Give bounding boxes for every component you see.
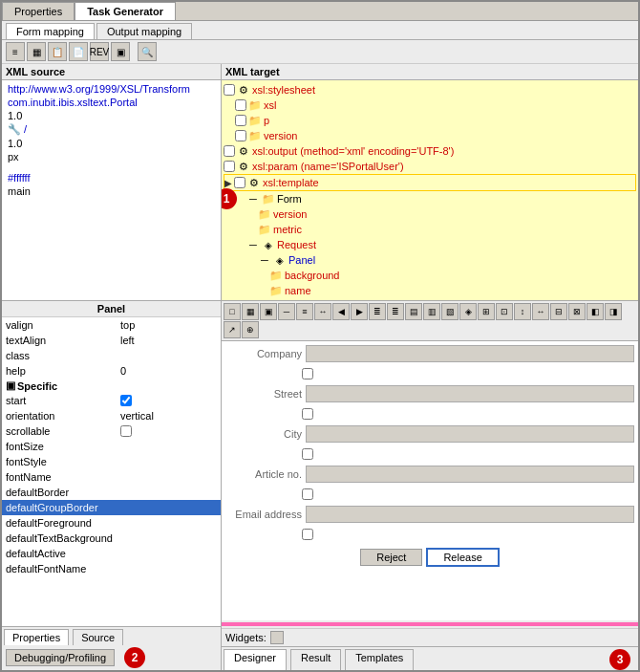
dtb-18[interactable]: ↔ (532, 303, 549, 320)
dtb-15[interactable]: ⊞ (478, 303, 495, 320)
dtb-12[interactable]: ▥ (423, 303, 440, 320)
dtb-1[interactable]: □ (224, 303, 241, 320)
dtb-10[interactable]: ≣ (387, 303, 404, 320)
email-input[interactable] (306, 506, 634, 523)
dtb-17[interactable]: ↕ (514, 303, 531, 320)
debug-profiling-btn[interactable]: Debugging/Profiling (6, 649, 115, 666)
source-item-1[interactable]: com.inubit.ibis.xsltext.Portal (4, 96, 219, 109)
reject-button[interactable]: Reject (360, 549, 422, 566)
tab-properties-bottom[interactable]: Properties (4, 629, 69, 645)
source-item-3[interactable]: 🔧 / (4, 122, 219, 137)
dtb-9[interactable]: ≣ (369, 303, 386, 320)
xml-target-pane: XML target ⚙ xsl:stylesheet 📁 xsl 📁 p (222, 64, 638, 300)
toolbar-search-btn[interactable]: 🔍 (138, 42, 157, 61)
toolbar-btn-3[interactable]: 📋 (48, 42, 67, 61)
city-input[interactable] (306, 425, 634, 443)
prop-row-fontname: fontName (2, 469, 221, 485)
tree-check-0[interactable] (224, 84, 235, 96)
email-check[interactable] (302, 529, 313, 540)
tab-result[interactable]: Result (290, 649, 341, 670)
tree-check-1[interactable] (235, 99, 246, 111)
pink-separator (222, 622, 638, 626)
tree-label-9: metric (273, 224, 302, 235)
toolbar-btn-6[interactable]: ▣ (111, 42, 130, 61)
prop-row-help: help 0 (2, 363, 221, 379)
tab-properties[interactable]: Properties (2, 2, 75, 20)
scrollable-checkbox[interactable] (120, 425, 132, 437)
source-item-5: px (4, 150, 219, 163)
source-item-6[interactable]: #ffffff (4, 171, 219, 184)
tree-row-11: ─ ◈ Panel (224, 252, 636, 268)
dtb-6[interactable]: ↔ (314, 303, 331, 320)
properties-panel: Panel valign top textAlign left class he… (2, 301, 222, 670)
source-item-2: 1.0 (4, 109, 219, 122)
form-row-city-check (225, 448, 634, 460)
tree-row-7: ─ 📁 Form (224, 191, 636, 206)
street-label: Street (225, 388, 302, 400)
dtb-14[interactable]: ◈ (459, 303, 477, 320)
dtb-22[interactable]: ◨ (605, 303, 622, 320)
widgets-icon[interactable] (270, 631, 284, 644)
dtb-5[interactable]: ≡ (296, 303, 313, 320)
street-check[interactable] (302, 408, 313, 420)
city-check[interactable] (302, 448, 313, 460)
prop-row-defaultgroupborder[interactable]: defaultGroupBorder (2, 500, 221, 515)
start-checkbox[interactable] (120, 395, 132, 406)
prop-row-start: start (2, 393, 221, 408)
tree-label-11: Panel (288, 254, 315, 266)
folder-icon-1: 📁 (248, 98, 262, 112)
tree-label-3: version (264, 130, 297, 141)
split-top: XML source http://www.w3.org/1999/XSL/Tr… (2, 64, 638, 301)
tab-templates[interactable]: Templates (345, 649, 414, 670)
dtb-3[interactable]: ▣ (260, 303, 277, 320)
wrench-icon: 🔧 (8, 123, 21, 135)
dtb-19[interactable]: ⊟ (550, 303, 567, 320)
dtb-16[interactable]: ⊡ (496, 303, 513, 320)
xml-source-pane: XML source http://www.w3.org/1999/XSL/Tr… (2, 64, 222, 300)
tree-check-3[interactable] (235, 130, 246, 141)
dtb-21[interactable]: ◧ (587, 303, 604, 320)
tab-designer[interactable]: Designer (224, 649, 287, 670)
tab-output-mapping[interactable]: Output mapping (96, 23, 192, 39)
release-button[interactable]: Release (426, 548, 499, 567)
dtb-8[interactable]: ▶ (351, 303, 368, 320)
gear-icon-4: ⚙ (237, 144, 250, 158)
tab-task-generator[interactable]: Task Generator (75, 2, 176, 20)
toolbar-btn-2[interactable]: ▦ (27, 42, 46, 61)
dtb-13[interactable]: ▧ (441, 303, 459, 320)
target-header: XML target (222, 64, 638, 80)
prop-row-fontstyle: fontStyle (2, 454, 221, 469)
dtb-11[interactable]: ▤ (405, 303, 422, 320)
tree-row-0: ⚙ xsl:stylesheet (224, 82, 636, 98)
dtb-23[interactable]: ↗ (224, 321, 241, 338)
prop-row-textalign: textAlign left (2, 333, 221, 348)
dtb-4[interactable]: ─ (278, 303, 295, 320)
dtb-2[interactable]: ▦ (242, 303, 259, 320)
tree-check-4[interactable] (224, 145, 235, 157)
dtb-7[interactable]: ◀ (332, 303, 350, 320)
company-input[interactable] (306, 345, 634, 362)
properties-list: valign top textAlign left class help 0 ▣ (2, 317, 221, 626)
tree-check-5[interactable] (224, 161, 235, 172)
designer-panel: □ ▦ ▣ ─ ≡ ↔ ◀ ▶ ≣ ≣ ▤ ▥ ▧ ◈ ⊞ ⊡ ↕ ↔ ⊟ ⊠ (222, 301, 638, 670)
target-content: ⚙ xsl:stylesheet 📁 xsl 📁 p 📁 version (222, 80, 638, 300)
dtb-20[interactable]: ⊠ (568, 303, 586, 320)
source-item-0[interactable]: http://www.w3.org/1999/XSL/Transform (4, 82, 219, 96)
street-input[interactable] (306, 385, 634, 402)
tab-source-bottom[interactable]: Source (73, 629, 123, 645)
toolbar-btn-4[interactable]: 📄 (69, 42, 88, 61)
toolbar-btn-5[interactable]: REV (90, 42, 109, 61)
city-label: City (225, 428, 302, 440)
prop-row-defaultborder: defaultBorder (2, 485, 221, 500)
tree-check-2[interactable] (235, 115, 246, 126)
company-check[interactable] (302, 368, 313, 379)
article-input[interactable] (306, 466, 634, 483)
toolbar-btn-1[interactable]: ≡ (6, 42, 25, 61)
tree-row-13: 📁 name (224, 283, 636, 298)
tab-form-mapping[interactable]: Form mapping (6, 23, 95, 39)
dtb-24[interactable]: ⊕ (242, 321, 259, 338)
tree-check-6[interactable] (234, 177, 245, 188)
article-check[interactable] (302, 488, 313, 500)
source-slash: / (24, 123, 27, 135)
tree-label-10: Request (277, 239, 316, 250)
